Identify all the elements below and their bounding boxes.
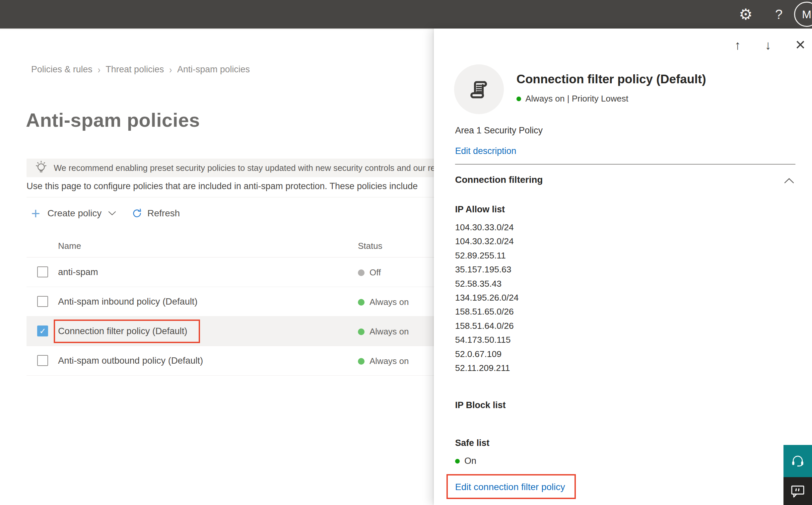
ip-entry: 134.195.26.0/24 bbox=[455, 291, 519, 305]
status-label: Always on bbox=[370, 356, 409, 366]
table-row-outbound-policy[interactable]: Anti-spam outbound policy (Default) Alwa… bbox=[26, 346, 434, 376]
status-dot bbox=[358, 299, 365, 306]
scroll-icon bbox=[465, 76, 492, 103]
safe-list-status: On bbox=[455, 456, 476, 466]
lightbulb-icon bbox=[34, 160, 48, 176]
headset-icon bbox=[790, 453, 806, 469]
panel-controls: ↑ ↓ × bbox=[735, 36, 805, 54]
ip-entry: 52.89.255.11 bbox=[455, 248, 519, 263]
panel-divider bbox=[455, 164, 795, 165]
ip-entry: 104.30.32.0/24 bbox=[455, 234, 519, 248]
column-header-status: Status bbox=[358, 241, 382, 251]
table-row-anti-spam[interactable]: anti-spam Off bbox=[26, 258, 434, 287]
plus-icon: + bbox=[31, 207, 40, 220]
help-icon[interactable]: ? bbox=[769, 0, 789, 28]
row-checkbox[interactable] bbox=[37, 267, 48, 278]
policy-description: Area 1 Security Policy bbox=[455, 126, 543, 136]
safe-list-heading: Safe list bbox=[455, 438, 489, 448]
column-header-name: Name bbox=[58, 241, 81, 251]
previous-item-arrow-up-icon[interactable]: ↑ bbox=[735, 36, 741, 54]
create-policy-button[interactable]: + Create policy bbox=[31, 207, 116, 220]
table-row-inbound-policy[interactable]: Anti-spam inbound policy (Default) Alway… bbox=[26, 287, 434, 317]
ip-entry: 52.0.67.109 bbox=[455, 347, 519, 361]
page-description: Use this page to configure policies that… bbox=[26, 181, 434, 191]
settings-gear-icon[interactable]: ⚙ bbox=[735, 0, 756, 28]
status-dot bbox=[358, 328, 365, 335]
breadcrumb-separator-icon: › bbox=[98, 64, 100, 75]
command-bar: + Create policy Refresh bbox=[31, 205, 180, 222]
status-dot bbox=[358, 270, 365, 276]
ip-entry: 54.173.50.115 bbox=[455, 333, 519, 347]
ip-entry: 52.11.209.211 bbox=[455, 361, 519, 375]
panel-title: Connection filter policy (Default) bbox=[517, 72, 706, 86]
feedback-icon bbox=[790, 484, 805, 498]
breadcrumb-policies-rules[interactable]: Policies & rules bbox=[31, 64, 92, 75]
ip-allow-list-heading: IP Allow list bbox=[455, 204, 505, 215]
chevron-up-icon[interactable] bbox=[784, 178, 794, 185]
breadcrumb-separator-icon: › bbox=[169, 64, 172, 75]
policy-avatar bbox=[454, 64, 504, 114]
status-label: Always on bbox=[370, 297, 409, 307]
policies-table: Name Status anti-spam Off Anti-spam inbo… bbox=[26, 233, 434, 376]
details-panel: ↑ ↓ × Connection filter policy (Default) bbox=[434, 28, 812, 505]
refresh-button[interactable]: Refresh bbox=[131, 208, 180, 219]
command-bar-divider bbox=[26, 197, 434, 197]
breadcrumb-threat-policies[interactable]: Threat policies bbox=[106, 64, 164, 75]
table-header: Name Status bbox=[26, 233, 434, 258]
banner-text: We recommend enabling preset security po… bbox=[54, 163, 434, 173]
ip-entry: 104.30.33.0/24 bbox=[455, 220, 519, 234]
ip-entry: 158.51.64.0/26 bbox=[455, 319, 519, 333]
refresh-icon bbox=[131, 208, 143, 219]
recommendation-banner: We recommend enabling preset security po… bbox=[26, 159, 434, 177]
ip-entry: 52.58.35.43 bbox=[455, 277, 519, 291]
row-checkbox-checked[interactable]: ✓ bbox=[37, 326, 48, 336]
account-avatar[interactable]: M bbox=[794, 2, 812, 27]
top-bar: ⚙ ? M bbox=[0, 0, 812, 28]
panel-status-line: Always on | Priority Lowest bbox=[517, 94, 628, 104]
status-dot bbox=[358, 358, 365, 365]
chevron-down-icon bbox=[108, 211, 116, 217]
close-icon[interactable]: × bbox=[795, 36, 805, 54]
breadcrumb-anti-spam-policies[interactable]: Anti-spam policies bbox=[177, 64, 250, 75]
status-label: Always on bbox=[370, 327, 409, 337]
ip-entry: 158.51.65.0/26 bbox=[455, 305, 519, 319]
status-dot bbox=[455, 459, 460, 464]
ip-block-list-heading: IP Block list bbox=[455, 400, 506, 410]
breadcrumb: Policies & rules › Threat policies › Ant… bbox=[31, 64, 250, 75]
support-button[interactable] bbox=[784, 445, 812, 477]
feedback-button[interactable] bbox=[784, 477, 812, 505]
status-label: Off bbox=[370, 268, 381, 278]
ip-entry: 35.157.195.63 bbox=[455, 263, 519, 277]
row-checkbox[interactable] bbox=[37, 296, 48, 307]
table-row-connection-filter[interactable]: ✓ Connection filter policy (Default) Alw… bbox=[26, 317, 434, 346]
status-dot bbox=[517, 97, 521, 101]
edit-description-link[interactable]: Edit description bbox=[455, 146, 517, 156]
edit-connection-filter-policy-link[interactable]: Edit connection filter policy bbox=[455, 482, 565, 492]
next-item-arrow-down-icon[interactable]: ↓ bbox=[765, 36, 771, 54]
section-connection-filtering: Connection filtering bbox=[455, 175, 543, 185]
page-title: Anti-spam policies bbox=[26, 109, 200, 131]
anti-spam-policies-page: ⚙ ? M Policies & rules › Threat policies… bbox=[0, 0, 812, 505]
row-checkbox[interactable] bbox=[37, 355, 48, 366]
main-content: Policies & rules › Threat policies › Ant… bbox=[0, 30, 434, 505]
ip-allow-list: 104.30.33.0/24 104.30.32.0/24 52.89.255.… bbox=[455, 220, 519, 375]
